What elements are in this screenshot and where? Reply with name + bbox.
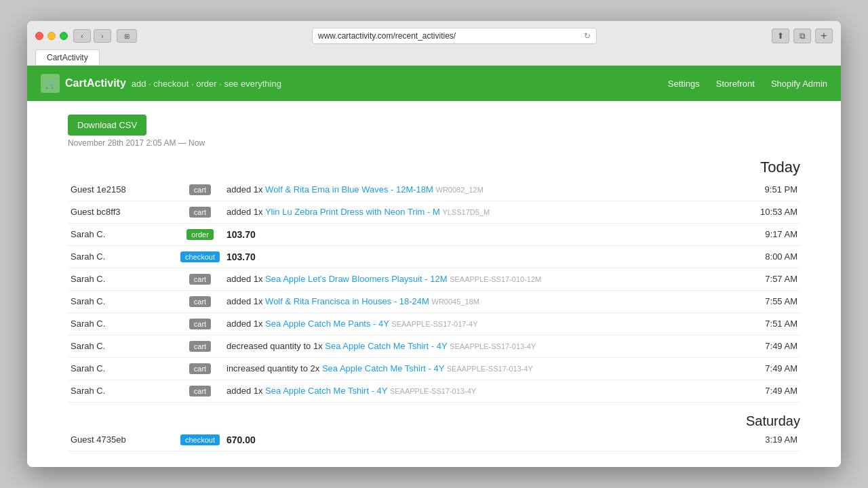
activity-badge: cart xyxy=(189,184,211,195)
user-cell[interactable]: Sarah C. xyxy=(68,313,176,336)
activity-badge: cart xyxy=(189,274,211,285)
badge-cell: cart xyxy=(176,380,224,403)
user-cell[interactable]: Guest 1e2158 xyxy=(68,179,176,201)
user-cell[interactable]: Guest bc8ff3 xyxy=(68,201,176,224)
action-cell: decreased quantity to 1x Sea Apple Catch… xyxy=(224,336,746,358)
action-text: added 1x xyxy=(226,386,265,396)
app-header: 🛒 CartActivity add · checkout · order · … xyxy=(27,66,841,101)
badge-cell: order xyxy=(176,224,224,246)
product-link[interactable]: Sea Apple Catch Me Tshirt - 4Y xyxy=(322,363,444,373)
sku-text: SEAAPPLE-SS17-017-4Y xyxy=(391,320,477,328)
action-cell: added 1x Wolf & Rita Francisca in Houses… xyxy=(224,291,746,313)
back-button[interactable]: ‹ xyxy=(73,29,91,43)
time-cell: 7:55 AM xyxy=(746,291,800,313)
table-row: Sarah C.cartincreased quantity to 2x Sea… xyxy=(68,358,800,380)
user-cell[interactable]: Sarah C. xyxy=(68,291,176,313)
activity-badge: checkout xyxy=(180,434,220,445)
action-text: added 1x xyxy=(226,296,265,306)
product-link[interactable]: Wolf & Rita Ema in Blue Waves - 12M-18M xyxy=(265,184,433,195)
new-tab-tile-button[interactable]: ⧉ xyxy=(793,28,811,43)
table-row: Guest 1e2158cartadded 1x Wolf & Rita Ema… xyxy=(68,179,800,201)
share-button[interactable]: ⬆ xyxy=(772,28,789,43)
user-cell[interactable]: Sarah C. xyxy=(68,380,176,403)
action-cell: added 1x Wolf & Rita Ema in Blue Waves -… xyxy=(224,179,746,201)
maximize-button[interactable] xyxy=(60,32,68,40)
badge-cell: checkout xyxy=(176,246,224,268)
sku-text: SEAAPPLE-SS17-010-12M xyxy=(450,275,541,283)
amount-value: 103.70 xyxy=(226,251,256,262)
nav-storefront[interactable]: Storefront xyxy=(716,79,755,89)
app-nav: Settings Storefront Shopify Admin xyxy=(668,79,827,89)
app-logo: 🛒 CartActivity add · checkout · order · … xyxy=(41,74,281,93)
close-button[interactable] xyxy=(35,32,43,40)
table-row: Guest bc8ff3cartadded 1x Ylin Lu Zebra P… xyxy=(68,201,800,224)
activity-table-today: Guest 1e2158cartadded 1x Wolf & Rita Ema… xyxy=(68,179,800,403)
product-link[interactable]: Sea Apple Catch Me Tshirt - 4Y xyxy=(325,341,447,351)
table-row: Sarah C.cartdecreased quantity to 1x Sea… xyxy=(68,336,800,358)
product-link[interactable]: Sea Apple Catch Me Tshirt - 4Y xyxy=(265,386,387,396)
time-cell: 7:49 AM xyxy=(746,358,800,380)
activity-badge: cart xyxy=(189,319,211,329)
activity-badge: cart xyxy=(189,363,211,374)
app-content: Download CSV November 28th 2017 2:05 AM … xyxy=(27,101,841,467)
sku-text: SEAAPPLE-SS17-013-4Y xyxy=(450,342,536,350)
browser-chrome: ‹ › ⊞ www.cartactivity.com/recent_activi… xyxy=(27,21,841,66)
user-cell[interactable]: Sarah C. xyxy=(68,268,176,291)
badge-cell: cart xyxy=(176,268,224,291)
product-link[interactable]: Ylin Lu Zebra Print Dress with Neon Trim… xyxy=(265,207,440,217)
user-cell[interactable]: Sarah C. xyxy=(68,224,176,246)
product-link[interactable]: Wolf & Rita Francisca in Houses - 18-24M xyxy=(265,296,429,306)
activity-table-saturday: Guest 4735ebcheckout670.003:19 AM xyxy=(68,429,800,451)
time-cell: 7:57 AM xyxy=(746,268,800,291)
user-cell[interactable]: Guest 4735eb xyxy=(68,429,176,451)
badge-cell: cart xyxy=(176,201,224,224)
action-text: added 1x xyxy=(226,207,265,217)
table-row: Sarah C.cartadded 1x Sea Apple Catch Me … xyxy=(68,380,800,403)
active-tab[interactable]: CartActivity xyxy=(35,49,100,65)
badge-cell: cart xyxy=(176,313,224,336)
sku-text: SEAAPPLE-SS17-013-4Y xyxy=(447,365,533,373)
action-text: increased quantity to 2x xyxy=(226,363,322,373)
url-text: www.cartactivity.com/recent_activities/ xyxy=(318,31,456,41)
sku-text: WR0045_18M xyxy=(432,298,479,306)
tab-label: CartActivity xyxy=(47,53,88,62)
time-cell: 9:17 AM xyxy=(746,224,800,246)
table-row: Sarah C.cartadded 1x Sea Apple Let's Dra… xyxy=(68,268,800,291)
action-cell: 103.70 xyxy=(224,246,746,268)
activity-badge: cart xyxy=(189,207,211,218)
logo-icon: 🛒 xyxy=(41,74,60,93)
product-link[interactable]: Sea Apple Catch Me Pants - 4Y xyxy=(265,319,389,329)
minimize-button[interactable] xyxy=(47,32,56,40)
time-cell: 8:00 AM xyxy=(746,246,800,268)
action-cell: added 1x Ylin Lu Zebra Print Dress with … xyxy=(224,201,746,224)
section-header-today: Today xyxy=(68,159,800,176)
sku-text: WR0082_12M xyxy=(436,186,484,194)
amount-value: 103.70 xyxy=(226,229,256,240)
action-text: added 1x xyxy=(226,274,265,284)
user-cell[interactable]: Sarah C. xyxy=(68,358,176,380)
action-cell: added 1x Sea Apple Let's Draw Bloomers P… xyxy=(224,268,746,291)
traffic-lights xyxy=(35,32,68,40)
sku-text: SEAAPPLE-SS17-013-4Y xyxy=(390,387,476,395)
time-cell: 9:51 PM xyxy=(746,179,800,201)
app-tagline: add · checkout · order · see everything xyxy=(132,79,281,89)
table-row: Sarah C.order103.709:17 AM xyxy=(68,224,800,246)
product-link[interactable]: Sea Apple Let's Draw Bloomers Playsuit -… xyxy=(265,274,447,284)
add-tab-button[interactable]: + xyxy=(815,28,833,43)
user-cell[interactable]: Sarah C. xyxy=(68,336,176,358)
action-cell: 670.00 xyxy=(224,429,746,451)
amount-value: 670.00 xyxy=(226,434,256,445)
user-cell[interactable]: Sarah C. xyxy=(68,246,176,268)
address-bar[interactable]: www.cartactivity.com/recent_activities/ … xyxy=(312,28,597,44)
table-row: Sarah C.cartadded 1x Sea Apple Catch Me … xyxy=(68,313,800,336)
time-cell: 10:53 AM xyxy=(746,201,800,224)
forward-button[interactable]: › xyxy=(94,29,111,43)
action-text: added 1x xyxy=(226,184,265,195)
download-csv-button[interactable]: Download CSV xyxy=(68,115,146,136)
badge-cell: cart xyxy=(176,179,224,201)
action-cell: increased quantity to 2x Sea Apple Catch… xyxy=(224,358,746,380)
nav-shopify-admin[interactable]: Shopify Admin xyxy=(771,79,827,89)
reload-icon[interactable]: ↻ xyxy=(584,31,591,41)
tab-switcher-button[interactable]: ⊞ xyxy=(117,29,137,43)
nav-settings[interactable]: Settings xyxy=(668,79,700,89)
